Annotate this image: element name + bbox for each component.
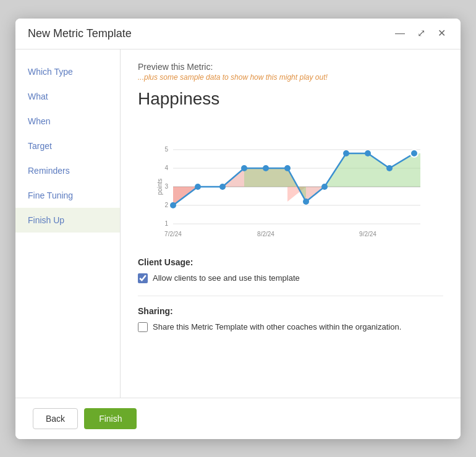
sharing-checkbox[interactable] — [138, 322, 148, 332]
svg-point-27 — [410, 150, 418, 157]
svg-point-21 — [284, 165, 291, 171]
svg-point-18 — [219, 184, 226, 190]
svg-text:4: 4 — [164, 164, 168, 171]
svg-text:2: 2 — [164, 202, 168, 208]
sidebar-item-when[interactable]: When — [15, 109, 120, 134]
sidebar-item-reminders[interactable]: Reminders — [15, 158, 120, 183]
finish-button[interactable]: Finish — [84, 408, 137, 429]
client-usage-row: Allow clients to see and use this templa… — [138, 273, 443, 283]
sharing-checkbox-label: Share this Metric Template with other co… — [153, 322, 401, 331]
title-controls: — ⤢ ✕ — [393, 27, 448, 40]
svg-point-16 — [170, 202, 176, 208]
preview-sublabel: ...plus some sample data to show how thi… — [138, 73, 443, 82]
svg-point-24 — [343, 150, 349, 156]
client-usage-checkbox[interactable] — [138, 273, 148, 283]
chart-container: points 1 2 3 4 5 — [138, 119, 443, 242]
preview-label: Preview this Metric: — [138, 62, 443, 72]
svg-text:3: 3 — [164, 183, 168, 190]
close-button[interactable]: ✕ — [435, 27, 448, 40]
sidebar: Which Type What When Target Reminders Fi… — [15, 49, 121, 398]
svg-text:7/2/24: 7/2/24 — [164, 231, 182, 237]
sharing-label: Sharing: — [138, 306, 443, 316]
dialog-body: Which Type What When Target Reminders Fi… — [15, 49, 461, 398]
client-usage-label: Client Usage: — [138, 257, 443, 267]
dialog-title: New Metric Template — [28, 27, 132, 40]
sidebar-item-fine-tuning[interactable]: Fine Tuning — [15, 183, 120, 208]
chart-svg: points 1 2 3 4 5 — [138, 119, 443, 242]
svg-point-25 — [365, 150, 371, 156]
sidebar-item-which-type[interactable]: Which Type — [15, 59, 120, 84]
svg-point-22 — [303, 199, 309, 205]
svg-point-23 — [321, 184, 328, 190]
footer-buttons: Back Finish — [15, 398, 461, 439]
new-metric-template-dialog: New Metric Template — ⤢ ✕ Which Type Wha… — [15, 19, 461, 439]
sharing-row: Share this Metric Template with other co… — [138, 322, 443, 332]
svg-point-20 — [263, 165, 269, 171]
metric-name: Happiness — [138, 89, 443, 109]
section-divider — [138, 296, 443, 296]
svg-text:9/2/24: 9/2/24 — [359, 231, 376, 237]
minimize-button[interactable]: — — [393, 27, 407, 40]
back-button[interactable]: Back — [33, 408, 78, 429]
svg-text:5: 5 — [164, 146, 168, 153]
sidebar-item-target[interactable]: Target — [15, 134, 120, 158]
svg-text:points: points — [156, 178, 163, 195]
sidebar-item-finish-up[interactable]: Finish Up — [15, 208, 120, 233]
client-usage-checkbox-label: Allow clients to see and use this templa… — [153, 273, 300, 283]
svg-point-17 — [195, 184, 201, 190]
sidebar-item-what[interactable]: What — [15, 84, 120, 109]
svg-point-19 — [241, 165, 247, 171]
svg-text:1: 1 — [164, 220, 168, 227]
expand-button[interactable]: ⤢ — [415, 27, 428, 40]
main-content: Preview this Metric: ...plus some sample… — [121, 49, 461, 398]
svg-text:8/2/24: 8/2/24 — [257, 231, 274, 237]
title-bar: New Metric Template — ⤢ ✕ — [15, 19, 461, 49]
svg-point-26 — [386, 165, 393, 171]
